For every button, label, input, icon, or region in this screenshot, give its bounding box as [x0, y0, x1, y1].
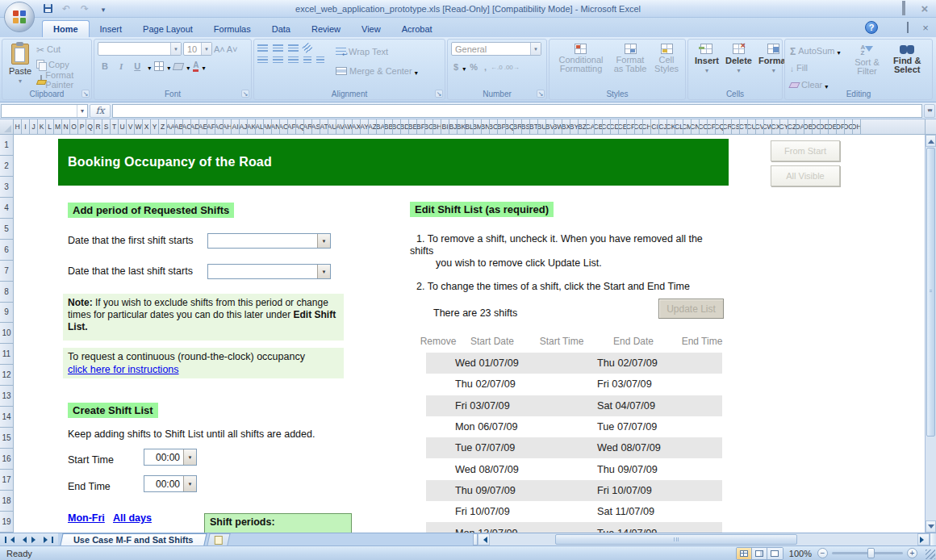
vertical-scroll-trough[interactable] [926, 437, 936, 520]
row-header-cell[interactable]: 5 [0, 219, 13, 240]
page-layout-view-button[interactable] [752, 548, 767, 559]
row-header-cell[interactable]: 11 [0, 344, 13, 365]
sort-filter-button[interactable]: Sort & Filter [848, 42, 885, 88]
column-header-cell[interactable]: AN [272, 119, 280, 134]
column-header-cell[interactable]: CS [732, 119, 740, 134]
table-row[interactable]: Wed 08/07/09 Thu 09/07/09 [426, 458, 722, 479]
column-header-cell[interactable]: BY [570, 119, 579, 134]
row-header-cell[interactable]: 3 [0, 177, 13, 198]
column-header-cell[interactable]: AD [191, 119, 199, 134]
column-header-cell[interactable]: AK [248, 119, 256, 134]
table-row[interactable]: Mon 13/07/09 Tue 14/07/09 [426, 522, 722, 533]
font-dialog-launcher[interactable] [241, 90, 249, 98]
clipboard-dialog-launcher[interactable] [81, 90, 90, 98]
workbook-minimize-button[interactable] [884, 23, 896, 32]
column-header-cell[interactable]: BU [538, 119, 546, 134]
column-header-cell[interactable]: AI [232, 119, 240, 134]
help-button[interactable]: ? [865, 21, 878, 34]
vertical-scroll-thumb[interactable] [926, 148, 935, 437]
accounting-format-button[interactable]: $ [451, 62, 461, 72]
workbook-close-button[interactable] [920, 23, 931, 32]
table-row[interactable]: Wed 01/07/09 Thu 02/07/09 [426, 353, 722, 374]
column-header-cell[interactable]: BQ [506, 119, 514, 134]
column-header-cell[interactable]: AA [167, 119, 175, 134]
column-header-cell[interactable]: DH [853, 119, 861, 134]
column-header-cell[interactable]: CJ [659, 119, 667, 134]
column-header-cell[interactable]: CD [611, 119, 619, 134]
column-header-cell[interactable]: BO [490, 119, 498, 134]
align-right-icon[interactable] [288, 56, 299, 64]
merge-center-button[interactable]: Merge & Center [334, 64, 420, 78]
delete-cells-button[interactable]: Delete [722, 42, 755, 88]
cut-button[interactable]: Cut [35, 42, 88, 56]
column-header-cell[interactable]: P [78, 119, 86, 134]
column-header-cell[interactable]: BK [458, 119, 466, 134]
column-header-cell[interactable]: BG [425, 119, 433, 134]
row-header-cell[interactable]: 6 [0, 240, 13, 261]
increase-indent-icon[interactable] [316, 56, 324, 64]
row-header-cell[interactable]: 9 [0, 303, 13, 324]
decrease-indent-icon[interactable] [303, 56, 311, 64]
wrap-text-button[interactable]: Wrap Text [334, 44, 420, 59]
row-header-cell[interactable]: 10 [0, 323, 13, 344]
column-header-cell[interactable]: I [22, 119, 30, 134]
column-header-cell[interactable]: CY [780, 119, 788, 134]
font-color-button[interactable]: A [193, 61, 198, 72]
column-header-cell[interactable]: U [119, 119, 127, 134]
first-shift-date-combo[interactable] [207, 233, 331, 249]
restore-button[interactable] [897, 2, 910, 14]
column-header-cell[interactable]: DF [837, 119, 845, 134]
column-header-cell[interactable]: O [70, 119, 78, 134]
column-header-cell[interactable]: BB [385, 119, 393, 134]
table-row[interactable]: Fri 03/07/09 Sat 04/07/09 [426, 395, 722, 416]
row-header-cell[interactable]: 1 [0, 135, 13, 156]
column-header-cell[interactable]: BC [393, 119, 401, 134]
first-sheet-button[interactable] [5, 537, 15, 543]
tab-acrobat[interactable]: Acrobat [391, 21, 443, 37]
formula-input[interactable] [112, 104, 922, 118]
all-visible-button[interactable]: All Visible [771, 165, 840, 186]
row-header-cell[interactable]: 7 [0, 261, 13, 282]
column-header-cell[interactable]: AF [207, 119, 215, 134]
column-header-cell[interactable]: CF [627, 119, 635, 134]
last-shift-date-combo[interactable] [207, 264, 331, 279]
column-header-cell[interactable]: CI [651, 119, 659, 134]
column-header-cell[interactable]: W [135, 119, 143, 134]
column-header-cell[interactable]: AH [224, 119, 232, 134]
column-header-cell[interactable]: BE [409, 119, 417, 134]
column-header-cell[interactable]: BN [482, 119, 490, 134]
column-header-cell[interactable]: DB [804, 119, 813, 134]
row-header-cell[interactable]: 15 [0, 428, 13, 449]
underline-button[interactable]: U [130, 60, 144, 73]
column-header-cell[interactable]: BH [433, 119, 441, 134]
column-header-cell[interactable]: CN [692, 119, 700, 134]
last-sheet-button[interactable] [44, 537, 53, 543]
zoom-in-button[interactable]: + [907, 548, 917, 558]
font-name-combo[interactable] [98, 42, 182, 56]
row-header-cell[interactable]: 14 [0, 407, 13, 428]
row-header-cell[interactable]: 17 [0, 470, 13, 491]
number-dialog-launcher[interactable] [537, 90, 545, 98]
zoom-track[interactable] [832, 552, 903, 554]
column-header-cell[interactable]: AX [353, 119, 361, 134]
column-header-cell[interactable]: DE [829, 119, 837, 134]
column-header-cell[interactable]: DC [813, 119, 821, 134]
column-header-cell[interactable]: AJ [240, 119, 248, 134]
align-top-icon[interactable] [257, 44, 268, 52]
column-header-cell[interactable]: J [30, 119, 38, 134]
sheet-canvas[interactable]: Booking Occupancy of the Road From Start… [14, 135, 925, 533]
close-button[interactable] [918, 2, 931, 14]
column-header-cell[interactable]: CE [619, 119, 627, 134]
percent-style-button[interactable]: % [467, 62, 480, 72]
name-box[interactable] [1, 104, 88, 118]
row-header-cell[interactable]: 4 [0, 198, 13, 219]
minimize-button[interactable] [876, 2, 889, 14]
column-header-cell[interactable]: M [54, 119, 62, 134]
column-header-cell[interactable]: CB [595, 119, 603, 134]
column-header-cell[interactable]: BS [522, 119, 530, 134]
column-header-cell[interactable]: AG [215, 119, 224, 134]
column-header-cell[interactable]: S [102, 119, 111, 134]
row-header-cell[interactable]: 19 [0, 512, 13, 533]
column-header-cell[interactable]: CO [700, 119, 708, 134]
scroll-left-button[interactable] [478, 533, 490, 545]
